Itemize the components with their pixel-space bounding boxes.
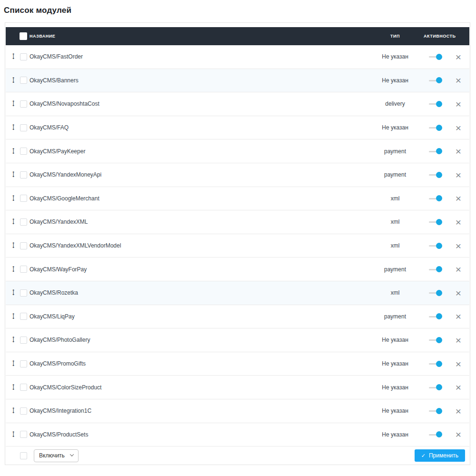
drag-handle-icon[interactable]: ↑ ↓ [6,361,17,367]
row-checkbox[interactable] [20,337,27,344]
drag-handle-icon[interactable]: ↑ ↓ [6,125,17,130]
arrow-down-icon: ↓ [12,104,15,107]
row-checkbox[interactable] [20,100,27,108]
drag-handle-icon[interactable]: ↑ ↓ [6,149,17,154]
row-checkbox[interactable] [20,313,27,320]
close-icon[interactable]: × [447,146,469,156]
close-icon[interactable]: × [447,123,469,133]
activity-toggle[interactable] [429,431,442,438]
module-type: Не указан [367,53,424,60]
row-checkbox-cell [17,171,30,178]
drag-handle-icon[interactable]: ↑ ↓ [6,101,17,107]
close-icon[interactable]: × [447,382,469,392]
close-icon[interactable]: × [447,335,469,345]
close-icon[interactable]: × [447,429,469,439]
row-checkbox[interactable] [20,195,27,202]
drag-handle-icon[interactable]: ↑ ↓ [6,290,17,296]
arrow-down-icon: ↓ [12,246,15,248]
row-checkbox[interactable] [20,242,27,249]
drag-handle-icon[interactable]: ↑ ↓ [6,196,17,201]
table-row: ↑ ↓ OkayCMS/FAQ Не указан × [6,116,469,140]
row-checkbox[interactable] [20,171,27,178]
table-row: ↑ ↓ OkayCMS/YandexXMLVendorModel xml × [6,234,469,258]
activity-toggle[interactable] [429,313,442,320]
close-icon[interactable]: × [447,52,469,62]
row-checkbox[interactable] [20,431,27,438]
activity-toggle[interactable] [429,148,442,155]
activity-toggle[interactable] [429,53,442,60]
module-name: OkayCMS/NovaposhtaCost [30,100,367,107]
activity-toggle[interactable] [429,289,442,296]
arrow-down-icon: ↓ [12,269,15,272]
close-icon[interactable]: × [447,264,469,274]
activity-toggle[interactable] [429,218,442,225]
drag-handle-icon[interactable]: ↑ ↓ [6,314,17,319]
module-type: payment [367,171,424,178]
toggle-knob [436,361,442,367]
drag-handle-icon[interactable]: ↑ ↓ [6,172,17,178]
close-icon[interactable]: × [447,217,469,227]
row-checkbox[interactable] [20,148,27,155]
activity-toggle[interactable] [429,195,442,202]
module-name: OkayCMS/YandexXML [30,218,367,225]
row-checkbox[interactable] [20,289,27,297]
close-icon[interactable]: × [447,75,469,85]
row-checkbox-cell [17,77,30,84]
activity-toggle[interactable] [429,100,442,107]
arrow-down-icon: ↓ [12,57,15,60]
close-icon[interactable]: × [447,406,469,416]
drag-handle-icon[interactable]: ↑ ↓ [6,408,17,414]
table-row: ↑ ↓ OkayCMS/YandexMoneyApi payment × [6,163,469,187]
bulk-action-select[interactable]: Включить [34,449,79,462]
close-icon[interactable]: × [447,170,469,180]
toggle-knob [436,172,442,178]
table-row: ↑ ↓ OkayCMS/PromoGifts Не указан × [6,352,469,376]
row-checkbox[interactable] [20,384,27,391]
toggle-knob [436,54,442,60]
activity-toggle[interactable] [429,384,442,391]
drag-handle-icon[interactable]: ↑ ↓ [6,54,17,60]
row-checkbox[interactable] [20,124,27,131]
activity-toggle[interactable] [429,171,442,178]
activity-toggle[interactable] [429,407,442,414]
close-icon[interactable]: × [447,359,469,369]
row-checkbox[interactable] [20,407,27,415]
activity-toggle[interactable] [429,77,442,84]
table-row: ↑ ↓ OkayCMS/YandexXML xml × [6,210,469,234]
module-type: xml [367,289,424,296]
drag-handle-icon[interactable]: ↑ ↓ [6,78,17,83]
module-type: Не указан [367,124,424,131]
row-checkbox[interactable] [20,266,27,273]
row-checkbox-cell [17,148,30,155]
row-checkbox[interactable] [20,360,27,367]
activity-toggle[interactable] [429,360,442,367]
close-icon[interactable]: × [447,99,469,109]
toggle-knob [436,337,442,343]
drag-handle-icon[interactable]: ↑ ↓ [6,385,17,390]
drag-handle-icon[interactable]: ↑ ↓ [6,243,17,248]
close-icon[interactable]: × [447,241,469,251]
activity-toggle[interactable] [429,266,442,273]
arrow-down-icon: ↓ [12,317,15,319]
row-checkbox[interactable] [20,218,27,226]
drag-handle-icon[interactable]: ↑ ↓ [6,219,17,225]
module-name: OkayCMS/Integration1C [30,407,367,414]
activity-toggle[interactable] [429,242,442,249]
activity-toggle[interactable] [429,337,442,343]
drag-handle-icon[interactable]: ↑ ↓ [6,432,17,437]
row-checkbox[interactable] [20,53,27,60]
drag-handle-icon[interactable]: ↑ ↓ [6,267,17,272]
row-checkbox-cell [17,195,30,202]
row-checkbox-cell [17,431,30,438]
select-all-checkbox[interactable] [20,32,27,40]
close-icon[interactable]: × [447,311,469,321]
close-icon[interactable]: × [447,288,469,298]
drag-handle-icon[interactable]: ↑ ↓ [6,337,17,343]
table-row: ↑ ↓ OkayCMS/WayForPay payment × [6,258,469,281]
row-checkbox[interactable] [20,77,27,84]
close-icon[interactable]: × [447,193,469,203]
apply-button[interactable]: ✓ Применить [415,449,465,462]
table-row: ↑ ↓ OkayCMS/ProductSets Не указан × [6,423,469,447]
activity-toggle[interactable] [429,124,442,131]
footer-select-checkbox[interactable] [20,452,27,459]
